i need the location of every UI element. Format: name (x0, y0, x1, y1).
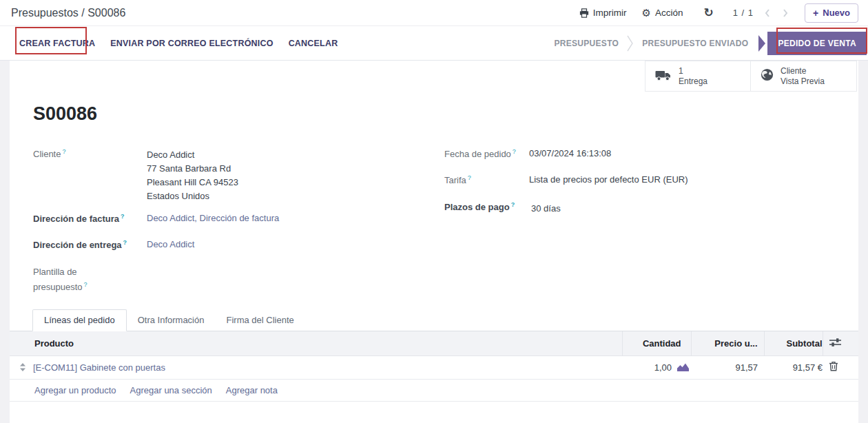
pager-prev-icon[interactable] (763, 8, 772, 19)
chevron-right-icon (627, 33, 634, 54)
delivery-label: Entrega (679, 76, 707, 87)
tab-firma-del-cliente[interactable]: Firma del Cliente (215, 310, 304, 331)
action-bar: CREAR FACTURA ENVIAR POR CORREO ELECTRÓN… (0, 26, 868, 61)
delete-line-icon[interactable] (829, 361, 838, 371)
printer-icon (579, 8, 589, 18)
stage-pedido-de-venta[interactable]: PEDIDO DE VENTA (767, 32, 867, 55)
help-icon: ? (121, 213, 125, 220)
add-section-link[interactable]: Agregar una sección (130, 385, 212, 395)
field-direccion-entrega: Dirección de entrega? Deco Addict (33, 239, 194, 250)
smart-buttons: 1 Entrega Cliente Vista Previa (645, 61, 857, 92)
optional-columns-icon[interactable] (829, 338, 841, 347)
tarifa-value[interactable]: Lista de precios por defecto EUR (EUR) (529, 174, 688, 185)
field-plantilla-presupuesto: Plantilla de presupuesto? (33, 265, 147, 293)
preview-line2: Vista Previa (781, 76, 825, 87)
field-label-direccion-factura: Dirección de factura (33, 214, 119, 224)
cliente-address-line: Estados Unidos (147, 189, 238, 203)
action-menu-button[interactable]: ⚙ Acción (642, 7, 683, 19)
direccion-entrega-value-link[interactable]: Deco Addict (147, 239, 194, 250)
delivery-smart-button[interactable]: 1 Entrega (645, 61, 751, 92)
field-plazos-pago: Plazos de pago? 30 días (444, 201, 561, 214)
print-label: Imprimir (593, 8, 627, 18)
add-note-link[interactable]: Agregar nota (226, 385, 278, 395)
field-cliente: Cliente? Deco Addict 77 Santa Barbara Rd… (33, 148, 238, 203)
form-sheet: 1 Entrega Cliente Vista Previa S00086 Cl… (10, 61, 858, 423)
column-header-producto[interactable]: Producto (10, 331, 622, 355)
field-label-fecha-pedido: Fecha de pedido (444, 149, 511, 159)
subtotal-cell: 91,57 € (764, 355, 823, 379)
forecast-chart-icon[interactable] (676, 362, 690, 372)
table-header-row: Producto Cantidad Precio u... Subtotal (10, 331, 858, 355)
pager-next-icon[interactable] (781, 8, 789, 19)
gear-icon: ⚙ (642, 7, 651, 19)
quantity-cell[interactable]: 1,00 (654, 362, 672, 373)
field-label-plantilla-line1: Plantilla de (33, 265, 147, 278)
product-cell-link[interactable]: [E-COM11] Gabinete con puertas (33, 362, 165, 373)
tab-bar: Líneas del pedido Otra Información Firma… (10, 309, 858, 331)
create-invoice-button[interactable]: CREAR FACTURA (19, 39, 95, 48)
stage-presupuesto[interactable]: PRESUPUESTO (554, 39, 619, 48)
stage-arrow-icon (758, 32, 766, 55)
order-lines-table: Producto Cantidad Precio u... Subtotal (10, 331, 858, 380)
print-button[interactable]: Imprimir (579, 8, 627, 18)
cliente-address-line: 77 Santa Barbara Rd (147, 162, 238, 176)
refresh-icon[interactable]: ↻ (704, 7, 714, 19)
help-icon: ? (62, 148, 65, 155)
record-title[interactable]: S00086 (33, 103, 97, 125)
control-panel-top: Presupuestos / S00086 Imprimir ⚙ Acción … (0, 0, 868, 26)
new-label: Nuevo (823, 8, 850, 18)
plus-icon: + (813, 8, 818, 19)
cancel-button[interactable]: CANCELAR (289, 39, 338, 48)
delivery-count: 1 (679, 66, 707, 76)
help-icon: ? (468, 174, 471, 181)
help-icon: ? (84, 281, 87, 288)
tab-lineas-del-pedido[interactable]: Líneas del pedido (32, 309, 127, 331)
cliente-value-link[interactable]: Deco Addict (147, 148, 238, 162)
notebook: Líneas del pedido Otra Información Firma… (10, 309, 858, 402)
column-header-subtotal[interactable]: Subtotal (764, 331, 823, 355)
field-label-plantilla-line2: presupuesto (33, 282, 83, 292)
help-icon: ? (123, 239, 127, 246)
action-label: Acción (655, 8, 683, 18)
direccion-factura-value-link[interactable]: Deco Addict, Dirección de factura (147, 213, 279, 224)
pager-counter: 1 / 1 (733, 8, 754, 18)
add-product-link[interactable]: Agregar un producto (34, 385, 116, 395)
globe-icon (761, 68, 774, 84)
tab-otra-informacion[interactable]: Otra Información (127, 310, 216, 331)
fecha-pedido-value[interactable]: 03/07/2024 16:13:08 (529, 148, 611, 159)
cliente-address-line: Pleasant Hill CA 94523 (147, 176, 238, 189)
statusbar: PRESUPUESTO PRESUPUESTO ENVIADO PEDIDO D… (554, 32, 867, 55)
field-fecha-pedido: Fecha de pedido? 03/07/2024 16:13:08 (444, 148, 611, 159)
field-direccion-factura: Dirección de factura? Deco Addict, Direc… (33, 213, 279, 224)
field-label-tarifa: Tarifa (444, 175, 466, 185)
table-row: [E-COM11] Gabinete con puertas 1,00 91,5… (10, 355, 858, 379)
help-icon: ? (511, 201, 515, 208)
field-label-plazos-pago: Plazos de pago (444, 202, 510, 212)
customer-preview-smart-button[interactable]: Cliente Vista Previa (751, 61, 857, 92)
field-label-cliente: Cliente (33, 149, 61, 159)
column-header-precio[interactable]: Precio u... (691, 331, 764, 355)
unit-price-cell[interactable]: 91,57 (691, 355, 764, 379)
plazos-pago-value[interactable]: 30 días (529, 201, 561, 214)
add-line-row: Agregar un producto Agregar una sección … (10, 380, 858, 402)
column-header-cantidad[interactable]: Cantidad (622, 331, 691, 355)
help-icon: ? (513, 148, 516, 155)
drag-handle-icon[interactable] (19, 363, 26, 371)
truck-icon (655, 69, 672, 84)
preview-line1: Cliente (781, 66, 825, 76)
stage-presupuesto-enviado[interactable]: PRESUPUESTO ENVIADO (642, 39, 748, 48)
send-email-button[interactable]: ENVIAR POR CORREO ELECTRÓNICO (110, 39, 273, 48)
new-button[interactable]: + Nuevo (805, 3, 858, 23)
field-tarifa: Tarifa? Lista de precios por defecto EUR… (444, 174, 688, 185)
breadcrumb[interactable]: Presupuestos / S00086 (11, 7, 125, 19)
field-label-direccion-entrega: Dirección de entrega (33, 240, 122, 250)
